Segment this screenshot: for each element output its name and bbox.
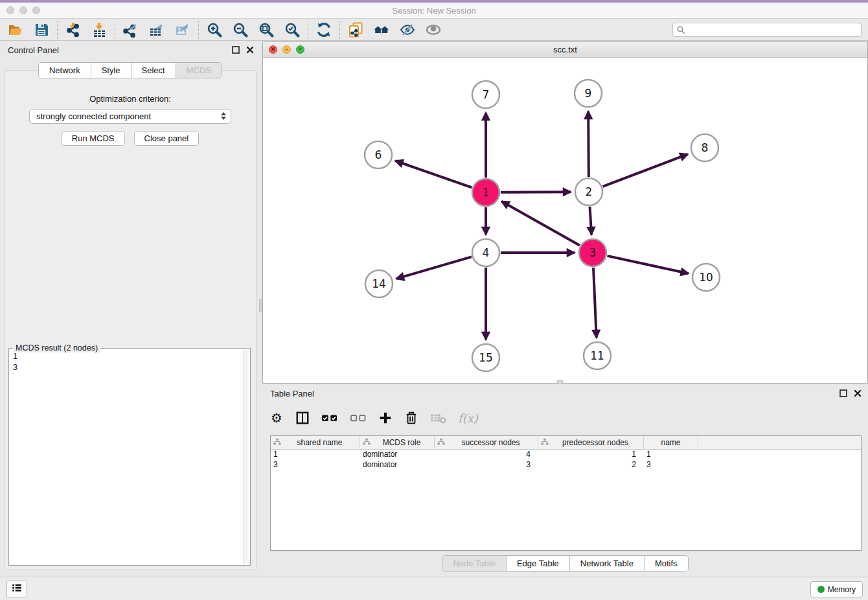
export-table-icon[interactable]	[148, 21, 166, 38]
export-image-icon[interactable]	[174, 21, 192, 38]
add-icon[interactable]	[378, 409, 393, 427]
column-header-label: successor nodes	[446, 438, 535, 447]
vertical-splitter-handle[interactable]	[259, 299, 262, 312]
open-session-icon[interactable]	[6, 21, 25, 38]
close-panel-icon[interactable]	[854, 388, 862, 400]
close-panel-icon[interactable]	[246, 45, 254, 56]
memory-button[interactable]: Memory	[810, 581, 863, 597]
search-input[interactable]	[672, 23, 862, 37]
optimization-criterion-select[interactable]: strongly connected component	[29, 109, 231, 124]
refresh-layout-icon[interactable]	[315, 21, 333, 38]
graph-node-6[interactable]: 6	[365, 141, 392, 168]
network-maximize-icon[interactable]: +	[296, 45, 304, 54]
zoom-fit-icon[interactable]	[257, 21, 275, 38]
mcds-result-item[interactable]: 3	[13, 362, 242, 373]
column-header-shared-name[interactable]: shared name	[271, 436, 360, 449]
graph-node-label: 2	[586, 185, 593, 198]
import-table-icon[interactable]	[90, 21, 108, 38]
table-panel-title: Table Panel	[270, 389, 314, 398]
zoom-selected-icon[interactable]	[283, 21, 301, 38]
graph-edge-1-6[interactable]	[395, 161, 472, 187]
table-cell[interactable]: 2	[538, 460, 644, 470]
graph-node-4[interactable]: 4	[472, 239, 499, 266]
split-pane-icon[interactable]	[295, 409, 310, 427]
table-cell[interactable]: 1	[538, 450, 644, 460]
float-panel-icon[interactable]	[839, 388, 847, 400]
column-header-name[interactable]: name	[644, 436, 698, 449]
table-cell[interactable]: dominator	[360, 450, 435, 460]
duplicate-network-icon[interactable]	[347, 21, 365, 38]
graph-edge-3-11[interactable]	[593, 268, 597, 338]
graph-node-14[interactable]: 14	[365, 270, 393, 297]
table-cell[interactable]: 1	[271, 450, 360, 460]
graph-node-3[interactable]: 3	[579, 239, 606, 266]
column-header-label: predecessor nodes	[550, 438, 641, 447]
graph-node-1[interactable]: 1	[472, 179, 499, 206]
horizontal-splitter-handle[interactable]	[557, 380, 563, 384]
table-cell[interactable]: 4	[435, 450, 538, 460]
network-minimize-icon[interactable]: −	[282, 45, 291, 54]
graph-edge-3-1[interactable]	[501, 202, 580, 246]
table-row[interactable]: 1dominator411	[271, 450, 861, 460]
main-toolbar	[0, 19, 868, 41]
table-cell[interactable]: 3	[435, 460, 538, 470]
first-neighbors-icon[interactable]	[372, 21, 391, 38]
deselect-all-icon[interactable]	[349, 409, 367, 427]
search-box	[672, 23, 862, 37]
function-icon: f(x)	[458, 409, 478, 427]
graph-edge-2-9[interactable]	[588, 111, 589, 177]
network-graph: 7968124314101511	[263, 58, 867, 383]
graph-node-11[interactable]: 11	[584, 342, 611, 369]
table-cell[interactable]: 3	[644, 460, 698, 470]
show-all-icon[interactable]	[424, 21, 442, 38]
network-close-icon[interactable]: ✕	[269, 45, 277, 54]
column-header-successor-nodes[interactable]: successor nodes	[435, 436, 538, 449]
table-cell[interactable]: dominator	[360, 460, 435, 470]
graph-node-7[interactable]: 7	[472, 81, 499, 108]
graph-node-10[interactable]: 10	[692, 264, 720, 291]
tab-network-table[interactable]: Network Table	[570, 556, 645, 571]
graph-node-9[interactable]: 9	[575, 80, 602, 107]
tab-edge-table[interactable]: Edge Table	[507, 556, 570, 571]
zoom-in-icon[interactable]	[205, 21, 223, 38]
column-header-predecessor-nodes[interactable]: predecessor nodes	[538, 436, 644, 449]
mcds-result-item[interactable]: 1	[13, 351, 242, 362]
column-header-MCDS-role[interactable]: MCDS role	[360, 436, 435, 449]
task-history-button[interactable]	[6, 581, 27, 597]
mcds-result-scrollbar[interactable]	[243, 350, 249, 564]
graph-edge-2-3[interactable]	[589, 207, 591, 235]
gear-icon[interactable]: ⚙	[269, 409, 284, 427]
delete-icon[interactable]	[404, 409, 419, 427]
tab-select[interactable]: Select	[131, 63, 176, 78]
tab-mcds[interactable]: MCDS	[176, 63, 222, 78]
hide-selected-icon[interactable]	[398, 21, 417, 38]
table-cell[interactable]: 1	[644, 450, 698, 460]
tab-network[interactable]: Network	[39, 63, 91, 78]
select-all-icon[interactable]	[321, 409, 339, 427]
graph-edge-4-14[interactable]	[396, 257, 472, 279]
tab-node-table[interactable]: Node Table	[442, 556, 507, 571]
tab-motifs[interactable]: Motifs	[645, 556, 688, 571]
run-mcds-button[interactable]: Run MCDS	[62, 131, 125, 146]
zoom-out-icon[interactable]	[231, 21, 249, 38]
save-session-icon[interactable]	[32, 21, 51, 38]
table-row[interactable]: 3dominator323	[271, 460, 861, 470]
graph-node-2[interactable]: 2	[575, 178, 602, 205]
graph-edge-1-2[interactable]	[501, 192, 571, 192]
network-canvas[interactable]: 7968124314101511	[263, 58, 867, 383]
export-network-icon[interactable]	[122, 21, 140, 38]
graph-edge-2-8[interactable]	[603, 154, 688, 187]
graph-node-8[interactable]: 8	[691, 134, 718, 161]
graph-edge-3-10[interactable]	[607, 256, 688, 273]
optimization-criterion-value: strongly connected component	[36, 111, 151, 121]
table-cell[interactable]: 3	[271, 460, 360, 470]
network-window-titlebar[interactable]: ✕ − + scc.txt	[263, 42, 867, 58]
float-panel-icon[interactable]	[232, 45, 240, 56]
toolbar-group	[64, 21, 108, 38]
graph-node-15[interactable]: 15	[472, 344, 499, 371]
close-panel-button[interactable]: Close panel	[134, 131, 200, 146]
tab-style[interactable]: Style	[91, 63, 131, 78]
column-type-icon	[363, 438, 372, 448]
mcds-result-list[interactable]: 13	[13, 351, 242, 564]
import-network-icon[interactable]	[64, 21, 82, 38]
